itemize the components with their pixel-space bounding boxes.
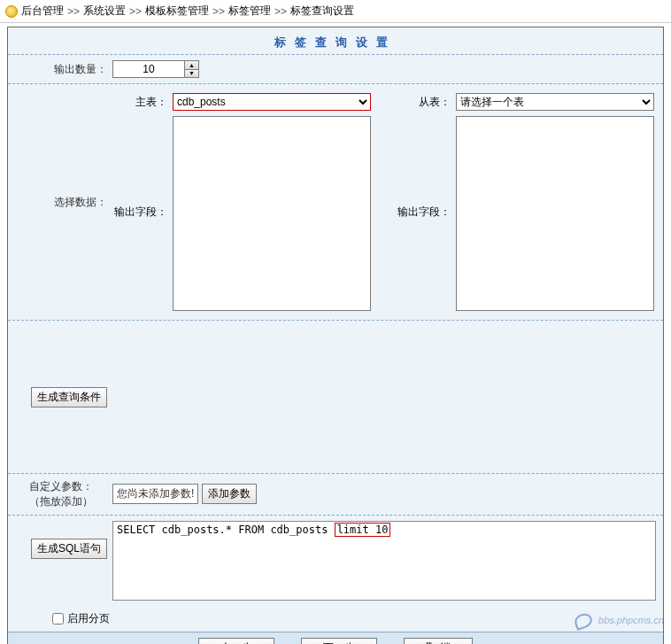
generate-query-button[interactable]: 生成查询条件: [31, 387, 107, 407]
breadcrumb-item[interactable]: 后台管理: [21, 4, 64, 19]
stepper-down-icon[interactable]: ▼: [185, 70, 198, 78]
sql-row: 生成SQL语句 SELECT cdb_posts.* FROM cdb_post…: [8, 515, 663, 606]
sub-table-select[interactable]: 请选择一个表: [456, 93, 654, 111]
sub-field-listbox[interactable]: [456, 116, 654, 311]
breadcrumb-item[interactable]: 系统设置: [83, 4, 126, 19]
custom-params-hint: 您尚未添加参数!: [112, 484, 198, 504]
sql-limit-highlight: limit 10: [335, 523, 391, 537]
breadcrumb-item[interactable]: 模板标签管理: [145, 4, 209, 19]
breadcrumb-separator: >>: [274, 5, 287, 18]
breadcrumb-separator: >>: [212, 5, 225, 18]
sub-field-label: 输出字段：: [397, 116, 451, 311]
query-condition-area: [112, 326, 656, 468]
cancel-button[interactable]: 取 消: [404, 638, 472, 644]
sub-table-label: 从表：: [397, 95, 451, 110]
output-count-stepper[interactable]: ▲ ▼: [112, 60, 199, 78]
enable-paging-label: 启用分页: [67, 611, 110, 626]
output-count-row: 输出数量： ▲ ▼: [8, 54, 663, 83]
sql-text: SELECT cdb_posts.* FROM cdb_posts: [117, 524, 335, 536]
main-panel: 标签查询设置 输出数量： ▲ ▼ 选择数据： 主表： cdb_po: [7, 27, 664, 644]
custom-params-row: 自定义参数： （拖放添加） 您尚未添加参数! 添加参数: [8, 473, 663, 515]
generate-sql-button[interactable]: 生成SQL语句: [31, 539, 107, 559]
custom-params-label: 自定义参数： （拖放添加）: [15, 479, 112, 509]
stepper-up-icon[interactable]: ▲: [185, 61, 198, 70]
query-condition-row: 生成查询条件: [8, 320, 663, 473]
main-table-select[interactable]: cdb_posts: [173, 93, 371, 111]
breadcrumb-item[interactable]: 标签管理: [228, 4, 271, 19]
enable-paging-checkbox[interactable]: [52, 613, 64, 625]
footer-buttons: 上一步 下一步 取 消: [8, 632, 663, 644]
prev-step-button[interactable]: 上一步: [198, 638, 274, 644]
paging-row: 启用分页: [8, 606, 663, 632]
breadcrumb-item: 标签查询设置: [290, 4, 354, 19]
main-field-listbox[interactable]: [173, 116, 371, 311]
next-step-button[interactable]: 下一步: [301, 638, 377, 644]
sql-textarea[interactable]: SELECT cdb_posts.* FROM cdb_posts limit …: [112, 521, 656, 601]
sub-table-column: 从表： 请选择一个表 输出字段：: [397, 93, 654, 311]
add-param-button[interactable]: 添加参数: [202, 484, 257, 504]
main-table-column: 主表： cdb_posts 输出字段：: [114, 93, 371, 311]
main-field-label: 输出字段：: [114, 116, 167, 311]
breadcrumb-separator: >>: [129, 5, 142, 18]
output-count-input[interactable]: [113, 61, 184, 77]
output-count-label: 输出数量：: [15, 60, 112, 78]
main-table-label: 主表：: [114, 95, 167, 110]
data-select-row: 选择数据： 主表： cdb_posts 输出字段：: [8, 83, 663, 320]
breadcrumb: 后台管理 >> 系统设置 >> 模板标签管理 >> 标签管理 >> 标签查询设置: [0, 0, 671, 23]
home-icon: [5, 5, 18, 18]
breadcrumb-separator: >>: [67, 5, 80, 18]
panel-title: 标签查询设置: [8, 27, 663, 54]
data-select-label: 选择数据：: [15, 89, 112, 314]
